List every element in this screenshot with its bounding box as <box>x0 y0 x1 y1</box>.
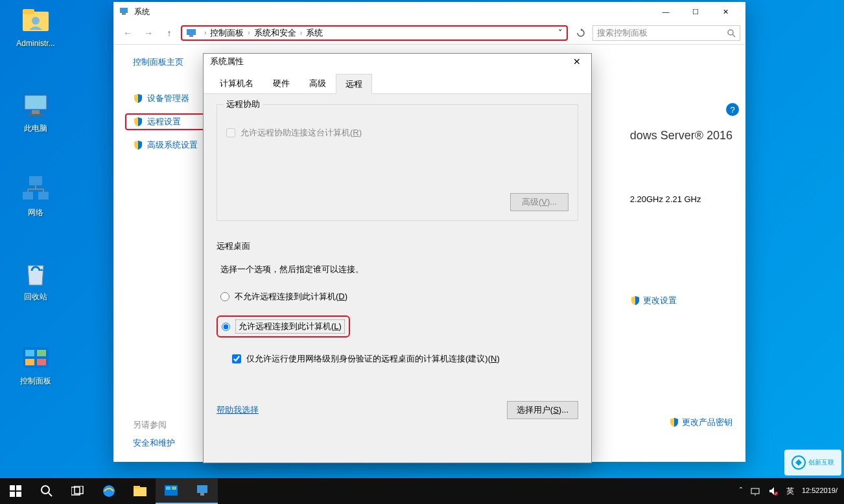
svg-rect-17 <box>25 359 34 365</box>
svg-rect-15 <box>25 350 34 356</box>
instruction-text: 选择一个选项，然后指定谁可以连接。 <box>220 264 578 275</box>
radio-deny-label: 不允许远程连接到此计算机(D) <box>235 291 347 303</box>
dialog-close-button[interactable]: ✕ <box>569 54 585 69</box>
nla-label: 仅允许运行使用网络级别身份验证的远程桌面的计算机连接(建议)(N) <box>246 353 500 365</box>
remote-desktop-group: 远程桌面 选择一个选项，然后指定谁可以连接。 不允许远程连接到此计算机(D) 允… <box>217 240 578 435</box>
desktop-icon-pc[interactable]: 此电脑 <box>6 89 65 134</box>
nla-checkbox[interactable] <box>232 354 241 363</box>
sidebar-item-remote-settings[interactable]: 远程设置 <box>125 113 207 130</box>
svg-rect-40 <box>197 485 207 493</box>
svg-rect-41 <box>200 493 204 496</box>
group-legend: 远程桌面 <box>217 240 578 252</box>
svg-rect-8 <box>23 192 33 200</box>
search-button[interactable] <box>31 478 62 504</box>
taskbar-explorer[interactable] <box>124 478 156 504</box>
see-also-heading: 另请参阅 <box>133 419 175 431</box>
watermark: 创新互联 <box>784 450 841 475</box>
pc-small-icon <box>186 28 196 38</box>
folder-user-icon <box>20 5 51 36</box>
task-view-button[interactable] <box>62 478 93 504</box>
tab-remote[interactable]: 远程 <box>336 74 372 94</box>
svg-point-30 <box>41 486 49 494</box>
start-button[interactable] <box>0 478 31 504</box>
sidebar-item-advanced-settings[interactable]: 高级系统设置 <box>133 139 204 151</box>
radio-deny-remote[interactable] <box>220 292 229 301</box>
window-title: 系统 <box>134 6 150 17</box>
desktop-icon-network[interactable]: 网络 <box>6 174 65 218</box>
maximize-button[interactable]: ☐ <box>681 2 710 21</box>
sidebar: 控制面板主页 设备管理器 远程设置 高级系统设置 <box>113 45 204 462</box>
up-button[interactable]: ↑ <box>160 24 178 42</box>
svg-rect-42 <box>751 488 759 494</box>
refresh-button[interactable] <box>572 24 590 42</box>
help-button[interactable]: ? <box>726 103 739 116</box>
svg-line-31 <box>49 493 52 496</box>
radio-allow-label: 允许远程连接到此计算机(L) <box>235 319 345 334</box>
svg-rect-27 <box>16 485 21 490</box>
recycle-icon <box>20 258 51 289</box>
close-button[interactable]: ✕ <box>710 2 740 21</box>
chevron-right-icon: › <box>204 29 206 36</box>
change-settings-link[interactable]: 更改设置 <box>630 295 733 306</box>
breadcrumb-item[interactable]: 系统 <box>306 27 323 39</box>
breadcrumb-item[interactable]: 系统和安全 <box>254 27 296 39</box>
toolbar: ← → ↑ › 控制面板 › 系统和安全 › 系统 ˅ 搜索控制面板 <box>113 21 745 45</box>
tray-clock[interactable]: 12:52 2019/ <box>798 478 841 504</box>
help-me-choose-link[interactable]: 帮助我选择 <box>217 404 259 416</box>
desktop-icon-control-panel[interactable]: 控制面板 <box>6 342 65 387</box>
system-properties-dialog: 系统属性 ✕ 计算机名 硬件 高级 远程 远程协助 允许远程协助连接这台计算机(… <box>203 53 592 463</box>
taskbar-system[interactable] <box>187 478 218 504</box>
dialog-titlebar[interactable]: 系统属性 ✕ <box>204 54 591 69</box>
svg-rect-28 <box>10 492 15 497</box>
search-input[interactable]: 搜索控制面板 <box>592 25 740 41</box>
breadcrumb[interactable]: › 控制面板 › 系统和安全 › 系统 ˅ <box>181 25 568 41</box>
shield-icon <box>133 117 143 127</box>
content-right: dows Server® 2016 2.20GHz 2.21 GHz 更改设置 … <box>630 129 733 417</box>
svg-line-24 <box>733 34 735 37</box>
forward-button[interactable]: → <box>139 24 158 42</box>
system-tray: ˆ 英 12:52 2019/ <box>736 478 844 504</box>
svg-rect-21 <box>187 29 196 35</box>
svg-rect-19 <box>120 8 128 13</box>
advanced-button[interactable]: 高级(V)... <box>510 193 569 211</box>
desktop-icon-user[interactable]: Administr... <box>6 5 65 48</box>
desktop-icon-recycle[interactable]: 回收站 <box>6 258 65 303</box>
allow-remote-assist-label: 允许远程协助连接这台计算机(R) <box>240 127 362 139</box>
svg-rect-35 <box>134 487 147 496</box>
cpu-text: 2.20GHz 2.21 GHz <box>630 194 733 204</box>
os-version-text: dows Server® 2016 <box>630 129 733 143</box>
tab-computer-name[interactable]: 计算机名 <box>210 73 263 93</box>
tray-chevron[interactable]: ˆ <box>736 478 746 504</box>
svg-rect-9 <box>38 192 49 200</box>
tabs: 计算机名 硬件 高级 远程 <box>204 69 591 94</box>
select-users-button[interactable]: 选择用户(S)... <box>507 401 578 419</box>
chevron-right-icon: › <box>248 29 250 36</box>
tray-ime[interactable]: 英 <box>782 478 798 504</box>
breadcrumb-item[interactable]: 控制面板 <box>210 27 244 39</box>
system-icon <box>119 6 129 17</box>
svg-point-23 <box>728 30 733 35</box>
tab-hardware[interactable]: 硬件 <box>263 73 299 93</box>
allow-remote-assist-checkbox[interactable] <box>226 128 235 137</box>
control-panel-icon <box>20 342 51 373</box>
back-button[interactable]: ← <box>119 24 137 42</box>
tray-network-icon[interactable] <box>746 478 764 504</box>
sidebar-main-link[interactable]: 控制面板主页 <box>133 56 204 68</box>
tray-volume-icon[interactable] <box>764 478 782 504</box>
sidebar-item-device-manager[interactable]: 设备管理器 <box>133 93 204 104</box>
taskbar-ie[interactable] <box>93 478 124 504</box>
pc-icon <box>20 89 51 120</box>
tab-advanced[interactable]: 高级 <box>299 73 336 93</box>
svg-point-2 <box>32 17 40 25</box>
svg-rect-6 <box>28 114 43 116</box>
see-also-link[interactable]: 安全和维护 <box>133 437 175 449</box>
radio-allow-remote[interactable] <box>222 323 230 331</box>
breadcrumb-dropdown[interactable]: ˅ <box>558 28 563 38</box>
network-icon <box>20 174 51 205</box>
titlebar[interactable]: 系统 — ☐ ✕ <box>113 2 745 21</box>
shield-icon <box>133 140 143 150</box>
taskbar-control-panel[interactable] <box>156 478 187 504</box>
change-product-key-link[interactable]: 更改产品密钥 <box>669 417 733 428</box>
minimize-button[interactable]: — <box>651 2 681 21</box>
search-icon <box>727 29 736 38</box>
